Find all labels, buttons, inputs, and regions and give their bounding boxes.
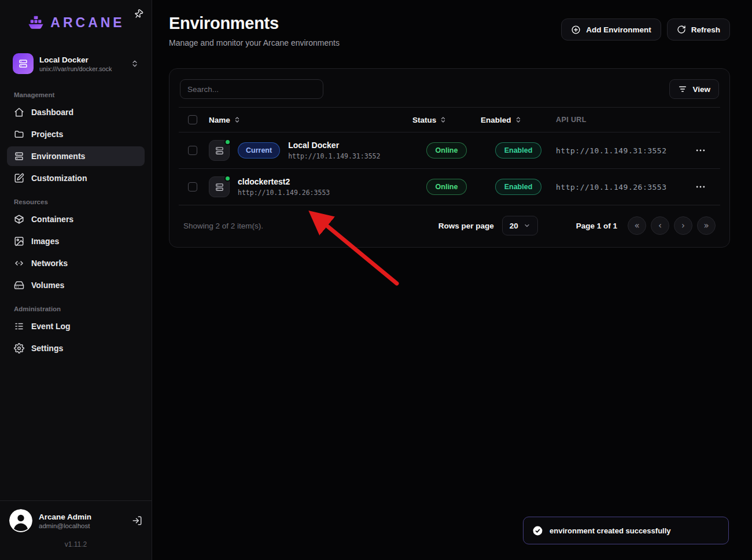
row-checkbox[interactable] bbox=[188, 182, 197, 191]
sidebar-item-settings[interactable]: Settings bbox=[7, 338, 145, 358]
environment-name: Local Docker bbox=[39, 56, 125, 64]
container-box-icon bbox=[14, 214, 24, 224]
sidebar-item-environments[interactable]: Environments bbox=[7, 146, 145, 166]
network-icon bbox=[14, 258, 24, 268]
sidebar-user-section: Arcane Admin admin@localhost v1.11.2 bbox=[0, 500, 152, 560]
sidebar-item-customization[interactable]: Customization bbox=[7, 168, 145, 188]
sidebar-header: ARCANE bbox=[0, 0, 152, 45]
table-row[interactable]: Current Local Docker http://10.1.149.31:… bbox=[179, 132, 720, 169]
pin-icon[interactable] bbox=[132, 8, 146, 21]
filter-lines-icon bbox=[678, 84, 687, 94]
current-badge: Current bbox=[238, 142, 280, 159]
sort-icon[interactable] bbox=[440, 116, 447, 123]
sidebar-item-networks[interactable]: Networks bbox=[7, 253, 145, 273]
section-label-management: Management bbox=[14, 91, 138, 98]
environment-icon bbox=[209, 140, 230, 161]
sidebar: ARCANE Local Docker unix:///var/run/dock… bbox=[0, 0, 152, 560]
environment-selector-texts: Local Docker unix:///var/run/docker.sock bbox=[39, 56, 125, 72]
next-page-button[interactable]: › bbox=[674, 216, 692, 235]
arcane-logo[interactable]: ARCANE bbox=[27, 13, 124, 32]
api-url-value: http://10.1.149.26:3553 bbox=[556, 183, 685, 191]
previous-page-button[interactable]: ‹ bbox=[651, 216, 669, 235]
row-actions-menu-button[interactable] bbox=[685, 145, 716, 156]
enabled-badge: Enabled bbox=[495, 142, 542, 159]
chevrons-up-down-icon bbox=[131, 60, 139, 68]
toast-message: environment created successfully bbox=[550, 526, 671, 535]
sidebar-item-event-log[interactable]: Event Log bbox=[7, 316, 145, 336]
showing-count: Showing 2 of 2 item(s). bbox=[183, 222, 263, 230]
table-footer: Showing 2 of 2 item(s). Rows per page 20… bbox=[179, 205, 720, 247]
app-version: v1.11.2 bbox=[9, 532, 142, 558]
environment-selector-icon bbox=[13, 53, 34, 74]
home-icon bbox=[14, 107, 24, 117]
sort-icon[interactable] bbox=[234, 116, 241, 123]
first-page-button[interactable]: « bbox=[628, 216, 646, 235]
api-url-value: http://10.1.149.31:3552 bbox=[556, 146, 685, 155]
environments-table-card: View Name Status Enabled API URL bbox=[169, 68, 730, 248]
select-all-checkbox[interactable] bbox=[188, 115, 197, 124]
enabled-badge: Enabled bbox=[495, 179, 542, 195]
sidebar-item-volumes[interactable]: Volumes bbox=[7, 275, 145, 295]
last-page-button[interactable]: » bbox=[697, 216, 716, 235]
column-header-enabled[interactable]: Enabled bbox=[481, 116, 556, 124]
sidebar-item-label: Networks bbox=[31, 259, 68, 268]
user-info: Arcane Admin admin@localhost bbox=[39, 513, 126, 529]
gear-icon bbox=[14, 343, 24, 353]
sidebar-item-label: Volumes bbox=[31, 281, 64, 290]
search-input[interactable] bbox=[180, 79, 323, 99]
rows-per-page-label: Rows per page bbox=[438, 222, 494, 230]
environment-row-name: Local Docker bbox=[288, 141, 380, 150]
status-badge: Online bbox=[426, 179, 467, 195]
environment-row-name: cldockertest2 bbox=[238, 177, 330, 186]
sidebar-item-label: Images bbox=[31, 237, 59, 246]
add-environment-button[interactable]: Add Environment bbox=[561, 19, 661, 40]
user-email: admin@localhost bbox=[39, 522, 126, 529]
user-name: Arcane Admin bbox=[39, 513, 126, 521]
chevron-down-icon bbox=[524, 222, 530, 229]
section-label-administration: Administration bbox=[14, 305, 138, 312]
row-actions-menu-button[interactable] bbox=[685, 181, 716, 193]
environment-selector[interactable]: Local Docker unix:///var/run/docker.sock bbox=[7, 49, 145, 79]
toast-notification[interactable]: environment created successfully bbox=[523, 517, 729, 544]
sidebar-item-label: Customization bbox=[31, 174, 87, 183]
environment-row-url: http://10.1.149.26:3553 bbox=[238, 189, 330, 197]
sidebar-item-label: Environments bbox=[31, 152, 85, 161]
page-header: Environments Manage and monitor your Arc… bbox=[169, 14, 730, 47]
sidebar-item-images[interactable]: Images bbox=[7, 231, 145, 251]
refresh-label: Refresh bbox=[691, 25, 720, 34]
page-subtitle: Manage and monitor your Arcane environme… bbox=[169, 38, 340, 47]
plus-circle-icon bbox=[571, 25, 581, 35]
ship-logo-icon bbox=[27, 13, 45, 32]
logout-icon[interactable] bbox=[132, 515, 142, 526]
rows-per-page-select[interactable]: 20 bbox=[502, 216, 538, 235]
refresh-button[interactable]: Refresh bbox=[667, 19, 730, 40]
page-title: Environments bbox=[169, 14, 340, 33]
server-icon bbox=[14, 151, 24, 161]
sidebar-item-label: Containers bbox=[31, 215, 73, 224]
sidebar-item-projects[interactable]: Projects bbox=[7, 124, 145, 144]
sort-icon[interactable] bbox=[515, 116, 522, 123]
sidebar-item-label: Projects bbox=[31, 130, 63, 139]
table-header: Name Status Enabled API URL bbox=[179, 107, 720, 132]
sidebar-item-label: Dashboard bbox=[31, 108, 73, 117]
column-header-status[interactable]: Status bbox=[412, 116, 481, 124]
status-badge: Online bbox=[426, 142, 467, 159]
page-indicator: Page 1 of 1 bbox=[576, 222, 617, 230]
column-header-name[interactable]: Name bbox=[209, 116, 412, 124]
refresh-icon bbox=[677, 25, 686, 34]
check-circle-icon bbox=[532, 525, 543, 536]
online-dot bbox=[224, 175, 231, 182]
sidebar-item-dashboard[interactable]: Dashboard bbox=[7, 102, 145, 122]
view-label: View bbox=[692, 85, 710, 94]
view-button[interactable]: View bbox=[669, 79, 719, 99]
column-header-api-url: API URL bbox=[556, 116, 685, 124]
sidebar-item-containers[interactable]: Containers bbox=[7, 209, 145, 229]
row-checkbox[interactable] bbox=[188, 146, 197, 155]
hard-drive-icon bbox=[14, 280, 24, 290]
environment-row-url: http://10.1.149.31:3552 bbox=[288, 152, 380, 160]
environment-socket: unix:///var/run/docker.sock bbox=[39, 65, 125, 72]
avatar[interactable] bbox=[9, 509, 32, 532]
table-row[interactable]: cldockertest2 http://10.1.149.26:3553 On… bbox=[179, 169, 720, 205]
customization-icon bbox=[14, 173, 24, 183]
log-list-icon bbox=[14, 321, 24, 331]
